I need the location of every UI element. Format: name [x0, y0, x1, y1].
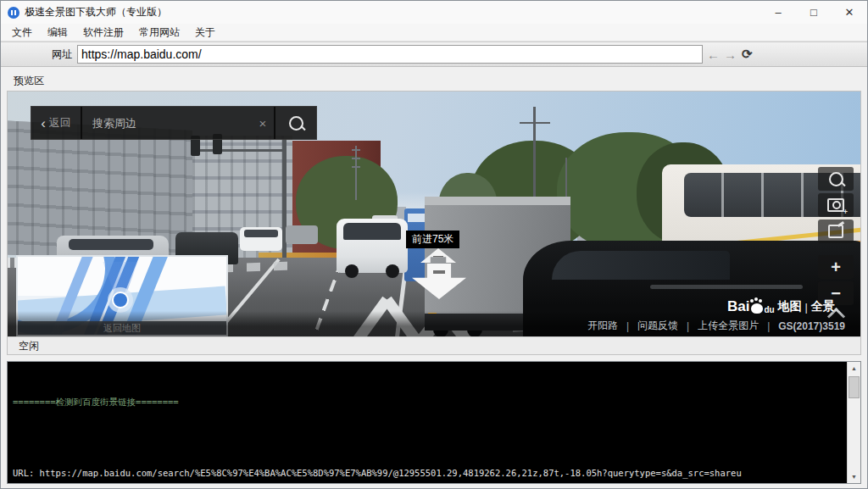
logo-text-du: du: [764, 305, 774, 314]
forward-icon[interactable]: →: [724, 47, 737, 62]
url-label: 网址: [52, 47, 72, 62]
camera-plus-icon: [827, 198, 844, 212]
menu-item-file[interactable]: 文件: [4, 24, 40, 41]
menu-item-edit[interactable]: 编辑: [40, 24, 75, 41]
menu-item-about[interactable]: 关于: [187, 24, 223, 41]
window-title: 极速全景图下载大师（专业版）: [25, 5, 167, 19]
log-text: ========检测到百度街景链接======== URL: https://m…: [13, 372, 845, 484]
log-line: [13, 431, 845, 443]
telecom-tower: [355, 146, 357, 200]
console-scrollbar[interactable]: ▲ ▼: [847, 362, 860, 483]
menu-bar: 文件 编辑 软件注册 常用网站 关于: [1, 24, 867, 42]
log-line: ========检测到百度街景链接========: [13, 396, 845, 408]
window-controls: – □ ✕: [760, 1, 867, 24]
baidu-paw-icon: [751, 303, 763, 314]
white-suv: [337, 219, 408, 273]
scroll-down-icon[interactable]: ▼: [848, 470, 860, 483]
search-icon: [289, 116, 303, 131]
baidu-panorama-logo: Bai du 地图 | 全景: [727, 298, 835, 315]
logo-text-map: 地图: [778, 299, 802, 314]
preview-group-label: 预览区: [14, 74, 861, 88]
menu-item-register[interactable]: 软件注册: [75, 24, 131, 41]
minimap-position-marker: [108, 287, 133, 313]
log-line: URL: https://map.baidu.com/search/%E5%8C…: [13, 467, 845, 479]
url-input[interactable]: [77, 45, 703, 64]
preview-group-box: ‹ 返回 × 前进75米: [7, 91, 861, 355]
road-name-link[interactable]: 开阳路: [587, 319, 618, 333]
separator: |: [626, 320, 629, 332]
logo-text-bai: Bai: [727, 298, 749, 315]
panorama-footer-links: 开阳路 | 问题反馈 | 上传全景图片 | GS(2017)3519: [587, 319, 845, 333]
back-button[interactable]: ‹ 返回: [31, 107, 82, 139]
app-icon: [8, 7, 19, 19]
panorama-search-bar: ‹ 返回 ×: [31, 106, 317, 140]
forward-distance-tooltip: 前进75米: [406, 231, 459, 248]
preview-status-row: 空闲: [8, 336, 860, 354]
app-window: 极速全景图下载大师（专业版） – □ ✕ 文件 编辑 软件注册 常用网站 关于 …: [0, 0, 868, 489]
search-button[interactable]: [274, 107, 316, 139]
streetview-panorama[interactable]: ‹ 返回 × 前进75米: [8, 92, 860, 336]
address-bar: 网址 ← → ⟳: [1, 42, 867, 67]
traffic-pole-arm: [191, 149, 286, 152]
title-bar: 极速全景图下载大师（专业版） – □ ✕: [1, 1, 867, 24]
refresh-icon[interactable]: ⟳: [742, 47, 753, 62]
search-input[interactable]: [82, 107, 252, 139]
car: [286, 225, 318, 244]
separator: |: [767, 320, 770, 332]
logo-divider: |: [805, 301, 808, 314]
zoom-search-button[interactable]: [818, 167, 854, 191]
zoom-in-button[interactable]: +: [818, 255, 854, 279]
upload-panorama-link[interactable]: 上传全景图片: [698, 319, 759, 333]
utility-pole-crossarm: [520, 122, 550, 124]
maximize-button[interactable]: □: [796, 1, 832, 24]
back-icon[interactable]: ←: [707, 47, 720, 62]
minimize-button[interactable]: –: [760, 1, 796, 24]
panorama-toolbar: [818, 167, 854, 243]
idle-status-text: 空闲: [19, 339, 39, 353]
magnifier-icon: [829, 172, 843, 186]
preview-section: 预览区: [7, 72, 861, 355]
scroll-up-icon[interactable]: ▲: [848, 362, 860, 375]
share-icon: [828, 225, 843, 238]
logo-text-pano: 全景: [811, 299, 835, 314]
clear-search-icon[interactable]: ×: [252, 107, 274, 139]
feedback-link[interactable]: 问题反馈: [637, 319, 678, 333]
car: [240, 227, 282, 251]
chevron-left-icon: ‹: [41, 116, 46, 131]
separator: |: [687, 320, 689, 332]
back-button-label: 返回: [49, 115, 71, 131]
menu-item-common-sites[interactable]: 常用网站: [131, 24, 187, 41]
close-button[interactable]: ✕: [832, 1, 867, 24]
share-button[interactable]: [818, 219, 854, 243]
license-number: GS(2017)3519: [778, 320, 845, 332]
screenshot-button[interactable]: [818, 193, 854, 217]
log-console: ========检测到百度街景链接======== URL: https://m…: [7, 361, 861, 484]
scrollbar-thumb[interactable]: [849, 376, 860, 398]
